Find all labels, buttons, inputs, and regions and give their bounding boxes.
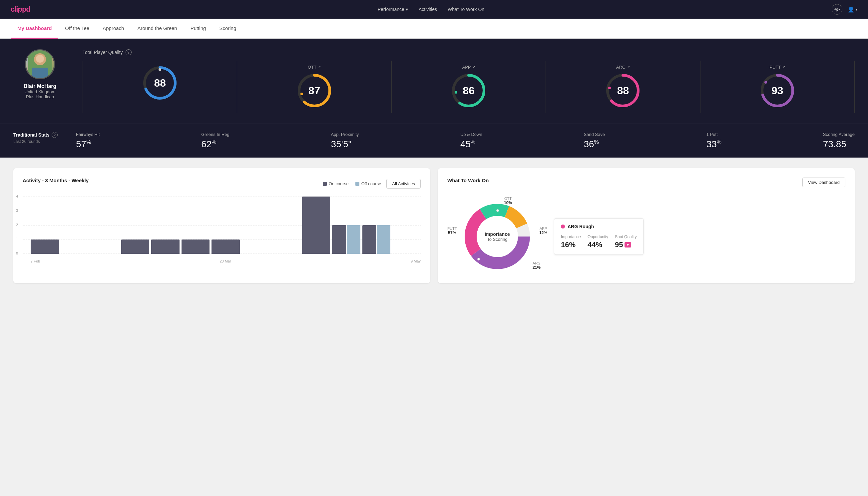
bottom-section: Activity - 3 Months - Weekly On course O…	[0, 158, 868, 294]
stat-greens-in-reg: Greens In Reg 62%	[201, 132, 230, 150]
tab-my-dashboard[interactable]: My Dashboard	[11, 19, 58, 38]
svg-point-12	[455, 91, 457, 94]
donut-dot	[496, 209, 499, 212]
stat-app-proximity: App. Proximity 35'5"	[331, 132, 359, 150]
chart-title: Activity - 3 Months - Weekly	[23, 177, 89, 183]
down-badge: ▼	[625, 242, 632, 248]
bar-on-course	[182, 239, 210, 254]
view-dashboard-button[interactable]: View Dashboard	[802, 177, 845, 187]
bar-off-course	[347, 225, 360, 254]
total-score: 88	[154, 77, 166, 89]
detail-importance: Importance 16%	[561, 234, 581, 249]
stat-fairways-hit: Fairways Hit 57%	[76, 132, 100, 150]
detail-shot-quality: Shot Quality 95 ▼	[615, 234, 636, 249]
bar-group	[242, 253, 270, 254]
stat-up-down: Up & Down 45%	[460, 132, 482, 150]
app-ring: 86	[450, 72, 487, 109]
user-menu[interactable]: 👤 ▾	[848, 6, 857, 13]
ott-ring: 87	[296, 72, 333, 109]
help-icon[interactable]: ?	[52, 132, 58, 138]
avatar	[25, 49, 55, 79]
tab-putting[interactable]: Putting	[184, 19, 213, 38]
score-putt: PUTT ↗ 93	[700, 61, 855, 113]
app-donut-label: APP 12%	[539, 227, 547, 235]
stat-1-putt: 1 Putt 33%	[707, 132, 722, 150]
nav-performance[interactable]: Performance ▾	[378, 7, 408, 12]
score-cards: 88 OTT ↗ 87	[83, 61, 855, 113]
score-total: 88	[83, 61, 237, 113]
bar-group	[211, 239, 240, 254]
hero-top: Blair McHarg United Kingdom Plus Handica…	[13, 49, 855, 113]
player-handicap: Plus Handicap	[26, 94, 54, 99]
legend-on-course: On course	[323, 181, 349, 186]
arg-label: ARG ↗	[616, 65, 630, 69]
user-icon: 👤	[848, 6, 854, 13]
stat-sand-save: Sand Save 36%	[584, 132, 605, 150]
bar-group	[151, 239, 179, 254]
legend-off-course: Off course	[356, 181, 381, 186]
player-name: Blair McHarg	[23, 83, 57, 89]
top-nav: clippd Performance ▾ Activities What To …	[0, 0, 868, 19]
detail-card: ARG Rough Importance 16% Opportunity 44%…	[554, 218, 644, 255]
score-app: APP ↗ 86	[392, 61, 546, 113]
what-to-work-card: What To Work On View Dashboard OTT 10% A…	[438, 168, 855, 283]
svg-point-15	[608, 87, 611, 89]
on-course-dot	[323, 182, 327, 186]
x-label-may: 9 May	[411, 259, 421, 263]
arg-ring: 88	[604, 72, 641, 109]
bar-empty	[242, 253, 270, 254]
bar-group	[332, 225, 360, 254]
x-label-mar: 28 Mar	[220, 259, 231, 263]
traditional-stats-section: Traditional Stats ? Last 20 rounds Fairw…	[0, 124, 868, 158]
tab-bar: My Dashboard Off the Tee Approach Around…	[0, 19, 868, 38]
add-button[interactable]: ⊕ ▾	[832, 4, 842, 15]
bar-off-course	[377, 225, 390, 254]
bar-on-course	[121, 239, 149, 254]
bar-on-course	[302, 197, 330, 254]
chevron-down-icon: ▾	[406, 7, 408, 12]
tab-scoring[interactable]: Scoring	[212, 19, 243, 38]
putt-donut-label: PUTT 57%	[447, 227, 457, 235]
chevron-down-icon: ▾	[838, 7, 840, 11]
bar-on-course	[31, 239, 59, 254]
arrow-up-icon: ↗	[782, 65, 785, 69]
nav-activities[interactable]: Activities	[419, 7, 437, 12]
nav-what-to-work-on[interactable]: What To Work On	[448, 7, 484, 12]
bar-group	[392, 253, 421, 254]
bar-on-course	[362, 225, 376, 254]
tab-approach[interactable]: Approach	[96, 19, 130, 38]
svg-point-18	[764, 81, 767, 83]
all-activities-button[interactable]: All Activities	[386, 179, 421, 188]
trad-stats-subtitle: Last 20 rounds	[13, 139, 60, 144]
nav-links: Performance ▾ Activities What To Work On	[378, 7, 484, 12]
arrow-up-icon: ↗	[627, 65, 630, 69]
scores-section: Total Player Quality ? 88	[83, 49, 855, 113]
plus-icon: ⊕	[834, 6, 838, 13]
bar-on-course	[151, 239, 179, 254]
bar-group	[302, 197, 330, 254]
bar-group	[121, 239, 149, 254]
bar-group	[272, 253, 300, 254]
svg-point-9	[300, 93, 303, 95]
donut-section: OTT 10% APP 12% ARG 21% PUTT 57%	[447, 197, 845, 277]
putt-ring: 93	[759, 72, 796, 109]
tab-around-the-green[interactable]: Around the Green	[130, 19, 184, 38]
bar-on-course	[211, 239, 240, 254]
what-to-work-title: What To Work On	[447, 177, 489, 183]
scores-title: Total Player Quality ?	[83, 49, 855, 55]
trad-stat-items: Fairways Hit 57% Greens In Reg 62% App. …	[76, 132, 855, 150]
bar-group	[182, 239, 210, 254]
bar-group	[31, 239, 59, 254]
arrow-up-icon: ↗	[318, 65, 321, 69]
arrow-up-icon: ↗	[472, 65, 475, 69]
player-info: Blair McHarg United Kingdom Plus Handica…	[13, 49, 67, 99]
stat-scoring-average: Scoring Average 73.85	[823, 132, 855, 150]
tab-off-the-tee[interactable]: Off the Tee	[58, 19, 96, 38]
detail-opportunity: Opportunity 44%	[587, 234, 608, 249]
donut-chart: Importance To Scoring	[461, 200, 534, 273]
arg-dot	[561, 224, 565, 229]
putt-score: 93	[771, 84, 784, 97]
bar-empty	[91, 253, 119, 254]
help-icon[interactable]: ?	[126, 49, 131, 55]
app-score: 86	[463, 84, 475, 97]
